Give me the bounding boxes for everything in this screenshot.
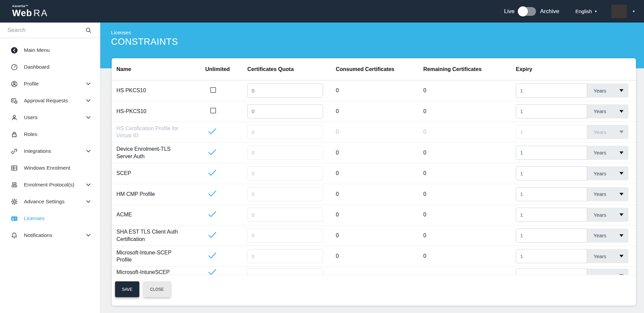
row-name: Device Enrolment-TLS Server Auth xyxy=(116,145,205,160)
row-unlimited-cell xyxy=(205,128,247,136)
row-remaining-value: 0 xyxy=(423,212,516,218)
expiry-value-input[interactable] xyxy=(516,125,587,139)
certificates-quota-input[interactable] xyxy=(247,83,323,98)
sidebar-item-profile[interactable]: Profile xyxy=(0,75,100,92)
expiry-value-input[interactable] xyxy=(516,229,587,243)
table-row: HS PKCS10 0 0 Years xyxy=(112,80,636,101)
row-remaining-value: 0 xyxy=(423,233,516,239)
expiry-unit-select[interactable] xyxy=(587,269,629,275)
col-header-consumed-certificates: Consumed Certificates xyxy=(336,66,423,72)
expiry-unit-select[interactable]: Years xyxy=(587,104,629,118)
search-icon[interactable] xyxy=(85,27,92,34)
expiry-value-input[interactable] xyxy=(516,187,587,201)
notifications-icon xyxy=(10,231,18,239)
row-quota-cell xyxy=(247,146,336,160)
row-consumed-value: 0 xyxy=(336,253,423,259)
row-quota-cell xyxy=(247,166,336,180)
expiry-value-input[interactable] xyxy=(516,249,587,263)
col-header-remaining-certificates: Remaining Certificates xyxy=(423,66,516,72)
unlimited-checkbox[interactable] xyxy=(210,108,216,113)
caret-down-icon[interactable]: ▼ xyxy=(632,10,635,13)
row-expiry-cell: Years xyxy=(516,249,631,263)
sidebar-item-main-menu[interactable]: Main Menu xyxy=(0,42,100,59)
main-menu-icon xyxy=(10,46,18,54)
expiry-value-input[interactable] xyxy=(516,146,587,160)
certificates-quota-input[interactable] xyxy=(247,125,323,139)
caret-down-icon xyxy=(619,89,623,92)
row-quota-cell xyxy=(247,269,336,275)
unlimited-checkbox[interactable] xyxy=(210,87,216,93)
expiry-unit-select[interactable]: Years xyxy=(587,146,629,160)
sidebar-item-users[interactable]: Users xyxy=(0,109,100,126)
certificates-quota-input[interactable] xyxy=(247,208,323,222)
certificates-quota-input[interactable] xyxy=(247,249,323,263)
expiry-value-input[interactable] xyxy=(516,269,587,275)
sidebar-item-windows-enrolment[interactable]: Windows Enrolment xyxy=(0,160,100,176)
table-header: Name Unlimited Certificates Quota Consum… xyxy=(112,58,636,80)
sidebar-item-notifications[interactable]: Notifications xyxy=(0,227,100,244)
table-row: SCEP 0 0 Years xyxy=(112,163,636,184)
certificates-quota-input[interactable] xyxy=(247,229,323,243)
table-row: ACME 0 0 Years xyxy=(112,205,636,225)
unlimited-check-icon xyxy=(208,232,217,238)
certificates-quota-input[interactable] xyxy=(247,269,323,275)
row-consumed-value: 0 xyxy=(336,233,423,239)
row-quota-cell xyxy=(247,125,336,139)
row-expiry-cell: Years xyxy=(516,208,631,222)
language-dropdown[interactable]: English ▼ xyxy=(575,8,597,14)
expiry-unit-select[interactable]: Years xyxy=(587,125,629,139)
caret-down-icon xyxy=(619,255,623,257)
row-expiry-cell: Years xyxy=(516,83,631,98)
row-remaining-value: 0 xyxy=(423,253,516,259)
caret-down-icon xyxy=(619,193,623,196)
search-input[interactable] xyxy=(7,27,85,34)
sidebar-item-integrations[interactable]: Integrations xyxy=(0,143,100,160)
brand-ra: RA xyxy=(34,8,48,18)
users-icon xyxy=(10,113,18,121)
col-header-certificates-quota: Certificates Quota xyxy=(247,66,336,72)
card-footer: SAVE CLOSE xyxy=(115,281,171,297)
sidebar-item-advance-settings[interactable]: Advance Settings xyxy=(0,193,100,210)
unlimited-check-icon xyxy=(208,190,217,197)
table-body[interactable]: HS PKCS10 0 0 Years HS-PKCS10 xyxy=(112,80,636,275)
sidebar-item-licenses[interactable]: Licenses xyxy=(0,210,100,227)
certificates-quota-input[interactable] xyxy=(247,187,323,201)
expiry-value-input[interactable] xyxy=(516,208,587,222)
sidebar-item-roles[interactable]: Roles xyxy=(0,126,100,143)
table-row: SHA EST TLS Client Auth Certification 0 … xyxy=(112,225,636,246)
expiry-unit-select[interactable]: Years xyxy=(587,208,629,222)
row-name: HS-PKCS10 xyxy=(116,108,205,115)
unlimited-check-icon xyxy=(208,169,217,176)
page-title: CONSTRAINTS xyxy=(111,37,644,47)
row-unlimited-cell xyxy=(205,232,247,240)
expiry-unit-select[interactable]: Years xyxy=(587,187,629,201)
save-button[interactable]: SAVE xyxy=(115,281,139,297)
row-name: Microsoft-Intune-SCEP Profile xyxy=(116,249,205,264)
sidebar-item-approval-requests[interactable]: Approval Requests xyxy=(0,92,100,109)
caret-down-icon xyxy=(619,131,623,133)
row-quota-cell xyxy=(247,208,336,222)
certificates-quota-input[interactable] xyxy=(247,104,323,118)
certificates-quota-input[interactable] xyxy=(247,146,323,160)
expiry-unit-select[interactable]: Years xyxy=(587,249,629,263)
unlimited-check-icon xyxy=(208,211,217,217)
dashboard-icon xyxy=(10,63,18,71)
row-quota-cell xyxy=(247,229,336,243)
expiry-unit-select[interactable]: Years xyxy=(587,83,629,98)
row-name: HS Certification Profile for Virtual ID xyxy=(116,125,205,139)
close-button[interactable]: CLOSE xyxy=(143,281,171,297)
expiry-unit-select[interactable]: Years xyxy=(587,229,629,243)
expiry-unit-select[interactable]: Years xyxy=(587,166,629,180)
sidebar-item-dashboard[interactable]: Dashboard xyxy=(0,59,100,75)
avatar[interactable] xyxy=(611,5,627,18)
sidebar-item-enrolment-protocols[interactable]: Enrolment Protocol(s) xyxy=(0,176,100,193)
expiry-value-input[interactable] xyxy=(516,83,587,98)
sidebar: Main Menu Dashboard Profile Approval Req… xyxy=(0,23,100,313)
certificates-quota-input[interactable] xyxy=(247,166,323,180)
expiry-value-input[interactable] xyxy=(516,166,587,180)
expiry-value-input[interactable] xyxy=(516,104,587,118)
toggle-knob xyxy=(518,6,528,16)
live-archive-toggle[interactable] xyxy=(518,7,536,16)
chevron-down-icon xyxy=(86,98,91,102)
row-name: SCEP xyxy=(116,170,205,177)
